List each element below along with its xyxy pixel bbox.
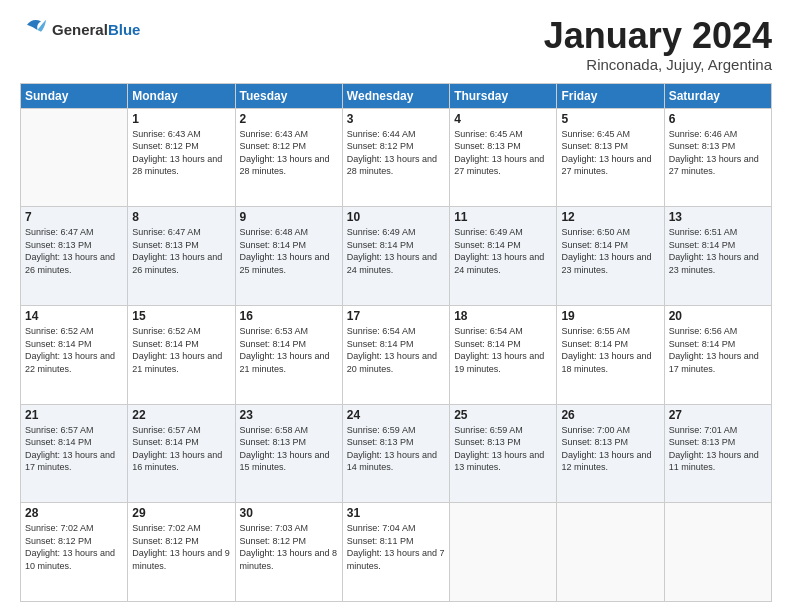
day-number: 10	[347, 210, 445, 224]
day-number: 24	[347, 408, 445, 422]
title-block: January 2024 Rinconada, Jujuy, Argentina	[544, 16, 772, 73]
calendar-cell: 18Sunrise: 6:54 AM Sunset: 8:14 PM Dayli…	[450, 305, 557, 404]
calendar-cell	[450, 503, 557, 602]
calendar-cell	[21, 108, 128, 207]
calendar-cell: 2Sunrise: 6:43 AM Sunset: 8:12 PM Daylig…	[235, 108, 342, 207]
calendar-cell: 1Sunrise: 6:43 AM Sunset: 8:12 PM Daylig…	[128, 108, 235, 207]
day-info: Sunrise: 6:48 AM Sunset: 8:14 PM Dayligh…	[240, 226, 338, 276]
calendar-cell: 5Sunrise: 6:45 AM Sunset: 8:13 PM Daylig…	[557, 108, 664, 207]
week-row-4: 21Sunrise: 6:57 AM Sunset: 8:14 PM Dayli…	[21, 404, 772, 503]
calendar-cell: 13Sunrise: 6:51 AM Sunset: 8:14 PM Dayli…	[664, 207, 771, 306]
day-info: Sunrise: 6:50 AM Sunset: 8:14 PM Dayligh…	[561, 226, 659, 276]
day-info: Sunrise: 6:57 AM Sunset: 8:14 PM Dayligh…	[132, 424, 230, 474]
calendar-cell: 8Sunrise: 6:47 AM Sunset: 8:13 PM Daylig…	[128, 207, 235, 306]
calendar-cell: 30Sunrise: 7:03 AM Sunset: 8:12 PM Dayli…	[235, 503, 342, 602]
calendar-cell: 4Sunrise: 6:45 AM Sunset: 8:13 PM Daylig…	[450, 108, 557, 207]
day-info: Sunrise: 7:02 AM Sunset: 8:12 PM Dayligh…	[25, 522, 123, 572]
day-number: 2	[240, 112, 338, 126]
day-number: 3	[347, 112, 445, 126]
day-number: 17	[347, 309, 445, 323]
calendar-cell: 9Sunrise: 6:48 AM Sunset: 8:14 PM Daylig…	[235, 207, 342, 306]
day-info: Sunrise: 6:56 AM Sunset: 8:14 PM Dayligh…	[669, 325, 767, 375]
calendar-cell: 25Sunrise: 6:59 AM Sunset: 8:13 PM Dayli…	[450, 404, 557, 503]
day-info: Sunrise: 6:52 AM Sunset: 8:14 PM Dayligh…	[25, 325, 123, 375]
day-number: 28	[25, 506, 123, 520]
day-number: 6	[669, 112, 767, 126]
bird-icon	[20, 16, 48, 44]
calendar-cell: 15Sunrise: 6:52 AM Sunset: 8:14 PM Dayli…	[128, 305, 235, 404]
calendar-cell: 14Sunrise: 6:52 AM Sunset: 8:14 PM Dayli…	[21, 305, 128, 404]
day-info: Sunrise: 6:43 AM Sunset: 8:12 PM Dayligh…	[240, 128, 338, 178]
day-info: Sunrise: 6:52 AM Sunset: 8:14 PM Dayligh…	[132, 325, 230, 375]
day-info: Sunrise: 6:59 AM Sunset: 8:13 PM Dayligh…	[347, 424, 445, 474]
calendar-cell: 31Sunrise: 7:04 AM Sunset: 8:11 PM Dayli…	[342, 503, 449, 602]
calendar-cell: 16Sunrise: 6:53 AM Sunset: 8:14 PM Dayli…	[235, 305, 342, 404]
day-info: Sunrise: 7:02 AM Sunset: 8:12 PM Dayligh…	[132, 522, 230, 572]
header: GeneralBlue January 2024 Rinconada, Juju…	[20, 16, 772, 73]
day-number: 30	[240, 506, 338, 520]
day-number: 7	[25, 210, 123, 224]
day-number: 5	[561, 112, 659, 126]
day-info: Sunrise: 7:01 AM Sunset: 8:13 PM Dayligh…	[669, 424, 767, 474]
logo-text: GeneralBlue	[52, 22, 140, 39]
day-number: 8	[132, 210, 230, 224]
weekday-header-monday: Monday	[128, 83, 235, 108]
day-info: Sunrise: 6:47 AM Sunset: 8:13 PM Dayligh…	[132, 226, 230, 276]
day-number: 13	[669, 210, 767, 224]
day-info: Sunrise: 6:57 AM Sunset: 8:14 PM Dayligh…	[25, 424, 123, 474]
day-number: 18	[454, 309, 552, 323]
calendar-cell: 10Sunrise: 6:49 AM Sunset: 8:14 PM Dayli…	[342, 207, 449, 306]
calendar-cell: 7Sunrise: 6:47 AM Sunset: 8:13 PM Daylig…	[21, 207, 128, 306]
calendar-table: SundayMondayTuesdayWednesdayThursdayFrid…	[20, 83, 772, 602]
page: GeneralBlue January 2024 Rinconada, Juju…	[0, 0, 792, 612]
day-number: 4	[454, 112, 552, 126]
day-info: Sunrise: 6:51 AM Sunset: 8:14 PM Dayligh…	[669, 226, 767, 276]
day-number: 29	[132, 506, 230, 520]
day-number: 12	[561, 210, 659, 224]
day-number: 1	[132, 112, 230, 126]
calendar-cell: 24Sunrise: 6:59 AM Sunset: 8:13 PM Dayli…	[342, 404, 449, 503]
day-info: Sunrise: 6:49 AM Sunset: 8:14 PM Dayligh…	[454, 226, 552, 276]
day-info: Sunrise: 7:00 AM Sunset: 8:13 PM Dayligh…	[561, 424, 659, 474]
day-info: Sunrise: 6:43 AM Sunset: 8:12 PM Dayligh…	[132, 128, 230, 178]
day-number: 31	[347, 506, 445, 520]
calendar-cell: 22Sunrise: 6:57 AM Sunset: 8:14 PM Dayli…	[128, 404, 235, 503]
calendar-cell: 19Sunrise: 6:55 AM Sunset: 8:14 PM Dayli…	[557, 305, 664, 404]
day-info: Sunrise: 6:55 AM Sunset: 8:14 PM Dayligh…	[561, 325, 659, 375]
day-number: 16	[240, 309, 338, 323]
weekday-header-friday: Friday	[557, 83, 664, 108]
calendar-cell	[664, 503, 771, 602]
day-number: 26	[561, 408, 659, 422]
calendar-cell: 20Sunrise: 6:56 AM Sunset: 8:14 PM Dayli…	[664, 305, 771, 404]
calendar-cell: 28Sunrise: 7:02 AM Sunset: 8:12 PM Dayli…	[21, 503, 128, 602]
day-number: 22	[132, 408, 230, 422]
calendar-cell: 23Sunrise: 6:58 AM Sunset: 8:13 PM Dayli…	[235, 404, 342, 503]
day-info: Sunrise: 6:46 AM Sunset: 8:13 PM Dayligh…	[669, 128, 767, 178]
day-info: Sunrise: 7:03 AM Sunset: 8:12 PM Dayligh…	[240, 522, 338, 572]
day-number: 27	[669, 408, 767, 422]
calendar-cell: 29Sunrise: 7:02 AM Sunset: 8:12 PM Dayli…	[128, 503, 235, 602]
day-number: 23	[240, 408, 338, 422]
calendar-cell: 17Sunrise: 6:54 AM Sunset: 8:14 PM Dayli…	[342, 305, 449, 404]
day-info: Sunrise: 6:59 AM Sunset: 8:13 PM Dayligh…	[454, 424, 552, 474]
weekday-header-sunday: Sunday	[21, 83, 128, 108]
day-info: Sunrise: 6:44 AM Sunset: 8:12 PM Dayligh…	[347, 128, 445, 178]
weekday-header-wednesday: Wednesday	[342, 83, 449, 108]
week-row-2: 7Sunrise: 6:47 AM Sunset: 8:13 PM Daylig…	[21, 207, 772, 306]
calendar-cell: 12Sunrise: 6:50 AM Sunset: 8:14 PM Dayli…	[557, 207, 664, 306]
logo-blue: Blue	[108, 21, 141, 38]
month-title: January 2024	[544, 16, 772, 56]
day-number: 21	[25, 408, 123, 422]
week-row-3: 14Sunrise: 6:52 AM Sunset: 8:14 PM Dayli…	[21, 305, 772, 404]
day-info: Sunrise: 7:04 AM Sunset: 8:11 PM Dayligh…	[347, 522, 445, 572]
location-subtitle: Rinconada, Jujuy, Argentina	[544, 56, 772, 73]
weekday-header-thursday: Thursday	[450, 83, 557, 108]
day-info: Sunrise: 6:58 AM Sunset: 8:13 PM Dayligh…	[240, 424, 338, 474]
day-number: 19	[561, 309, 659, 323]
day-info: Sunrise: 6:54 AM Sunset: 8:14 PM Dayligh…	[347, 325, 445, 375]
week-row-1: 1Sunrise: 6:43 AM Sunset: 8:12 PM Daylig…	[21, 108, 772, 207]
day-info: Sunrise: 6:45 AM Sunset: 8:13 PM Dayligh…	[454, 128, 552, 178]
day-info: Sunrise: 6:53 AM Sunset: 8:14 PM Dayligh…	[240, 325, 338, 375]
calendar-cell: 26Sunrise: 7:00 AM Sunset: 8:13 PM Dayli…	[557, 404, 664, 503]
day-number: 11	[454, 210, 552, 224]
